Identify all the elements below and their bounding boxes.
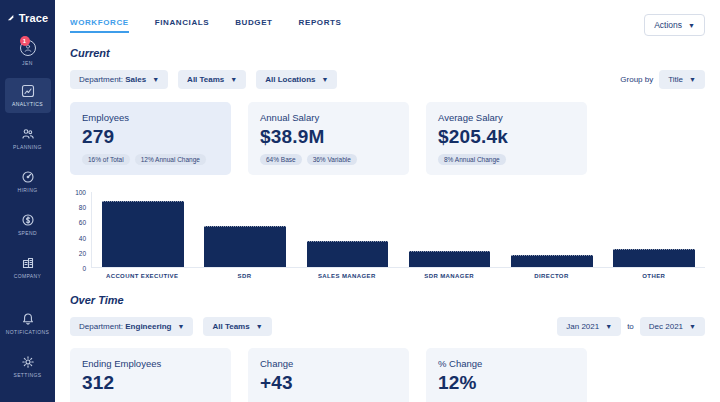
group-by-label: Group by [620, 75, 653, 84]
chevron-down-icon: ▼ [689, 76, 696, 83]
y-tick-label: 100 [75, 189, 86, 196]
current-filter-row: Department: Sales ▼ All Teams ▼ All Loca… [70, 70, 705, 89]
sidebar-item-label: SETTINGS [13, 372, 41, 378]
x-tick-label: SDR MANAGER [398, 273, 500, 279]
app-root: Trace 1 JEN ANALYTICS PLANNING [0, 0, 720, 402]
tab-reports[interactable]: REPORTS [299, 18, 342, 33]
hiring-gauge-icon [21, 170, 35, 184]
metric-card-ending-employees[interactable]: Ending Employees 312 [70, 348, 231, 402]
filter-value: All Locations [265, 75, 315, 84]
card-title: Employees [82, 112, 219, 123]
card-title: Average Salary [438, 112, 575, 123]
metric-card-employees[interactable]: Employees 279 16% of Total 12% Annual Ch… [70, 102, 231, 175]
sidebar: Trace 1 JEN ANALYTICS PLANNING [0, 0, 55, 402]
teams-filter[interactable]: All Teams ▼ [178, 70, 246, 89]
group-by-value: Title [668, 75, 683, 84]
end-date-value: Dec 2021 [649, 322, 683, 331]
tab-workforce[interactable]: WORKFORCE [70, 18, 129, 33]
metric-card-annual-salary[interactable]: Annual Salary $38.9M 64% Base 36% Variab… [248, 102, 409, 175]
overtime-metric-cards: Ending Employees 312 Change +43 % Change… [70, 348, 705, 402]
group-by-dropdown[interactable]: Title ▼ [659, 70, 705, 89]
date-range-separator: to [627, 322, 634, 331]
sidebar-item-label: PLANNING [13, 144, 42, 150]
filter-label: Department: [79, 75, 123, 84]
sidebar-item-notifications[interactable]: NOTIFICATIONS [5, 306, 51, 341]
sidebar-item-analytics[interactable]: ANALYTICS [5, 78, 51, 113]
y-tick-label: 20 [79, 250, 86, 257]
sidebar-item-spend[interactable]: SPEND [5, 207, 51, 242]
sidebar-item-planning[interactable]: PLANNING [5, 121, 51, 156]
y-tick-label: 80 [79, 204, 86, 211]
x-axis-labels: ACCOUNT EXECUTIVESDRSALES MANAGERSDR MAN… [91, 273, 705, 279]
gear-icon [21, 355, 35, 369]
chevron-down-icon: ▼ [152, 76, 159, 83]
sidebar-footer: NOTIFICATIONS SETTINGS [5, 306, 51, 392]
department-filter[interactable]: Department: Sales ▼ [70, 70, 168, 89]
locations-filter[interactable]: All Locations ▼ [256, 70, 337, 89]
brand-logo: Trace [7, 12, 49, 24]
sidebar-item-label: HIRING [18, 187, 38, 193]
filter-value: Sales [125, 75, 146, 84]
bar [511, 255, 593, 267]
user-menu[interactable]: 1 JEN [20, 40, 36, 66]
x-tick-label: DIRECTOR [500, 273, 602, 279]
section-title-current: Current [70, 47, 705, 59]
section-title-over-time: Over Time [70, 294, 705, 306]
current-metric-cards: Employees 279 16% of Total 12% Annual Ch… [70, 102, 705, 175]
bar-column [603, 192, 705, 267]
department-filter-overtime[interactable]: Department: Engineering ▼ [70, 317, 193, 336]
filter-value: All Teams [187, 75, 224, 84]
y-tick-label: 40 [79, 235, 86, 242]
filter-label: Department: [79, 322, 123, 331]
sidebar-item-hiring[interactable]: HIRING [5, 164, 51, 199]
bar [307, 241, 389, 267]
nav-tabs: WORKFORCE FINANCIALS BUDGET REPORTS [70, 18, 341, 33]
sidebar-item-label: COMPANY [14, 273, 42, 279]
tab-budget[interactable]: BUDGET [235, 18, 272, 33]
bar-column [296, 192, 398, 267]
bar [613, 249, 695, 267]
metric-card-percent-change[interactable]: % Change 12% [426, 348, 587, 402]
bar-column [501, 192, 603, 267]
card-value: 279 [82, 126, 219, 148]
top-navigation: WORKFORCE FINANCIALS BUDGET REPORTS Acti… [70, 0, 705, 36]
end-date-dropdown[interactable]: Dec 2021 ▼ [640, 317, 705, 336]
people-icon [21, 127, 35, 141]
sidebar-item-settings[interactable]: SETTINGS [5, 349, 51, 384]
metric-card-change[interactable]: Change +43 [248, 348, 409, 402]
card-badge: 16% of Total [82, 154, 130, 165]
bar [102, 201, 184, 267]
y-tick-label: 60 [79, 219, 86, 226]
actions-button-label: Actions [654, 20, 682, 30]
bar-column [194, 192, 296, 267]
card-title: Annual Salary [260, 112, 397, 123]
card-title: Ending Employees [82, 358, 219, 369]
x-tick-label: SALES MANAGER [296, 273, 398, 279]
metric-card-average-salary[interactable]: Average Salary $205.4k 8% Annual Change [426, 102, 587, 175]
sidebar-item-label: ANALYTICS [12, 101, 43, 107]
card-badge: 12% Annual Change [135, 154, 206, 165]
x-tick-label: OTHER [603, 273, 705, 279]
card-value: $38.9M [260, 126, 397, 148]
bar-plot [91, 192, 705, 268]
card-value: 312 [82, 372, 219, 394]
y-axis: 020406080100 [70, 192, 88, 268]
overtime-filter-row: Department: Engineering ▼ All Teams ▼ Ja… [70, 317, 705, 336]
bar [204, 226, 286, 267]
card-title: % Change [438, 358, 575, 369]
actions-button[interactable]: Actions ▼ [644, 14, 705, 36]
teams-filter-overtime[interactable]: All Teams ▼ [203, 317, 271, 336]
chevron-down-icon: ▼ [256, 323, 263, 330]
sidebar-item-company[interactable]: COMPANY [5, 250, 51, 285]
filter-value: All Teams [212, 322, 249, 331]
start-date-dropdown[interactable]: Jan 2021 ▼ [557, 317, 621, 336]
user-name: JEN [22, 60, 33, 66]
chevron-down-icon: ▼ [689, 323, 696, 330]
card-value: +43 [260, 372, 397, 394]
card-title: Change [260, 358, 397, 369]
tab-financials[interactable]: FINANCIALS [155, 18, 209, 33]
y-tick-label: 0 [82, 265, 86, 272]
main-content: WORKFORCE FINANCIALS BUDGET REPORTS Acti… [55, 0, 720, 402]
x-tick-label: SDR [193, 273, 295, 279]
chevron-down-icon: ▼ [688, 22, 695, 29]
